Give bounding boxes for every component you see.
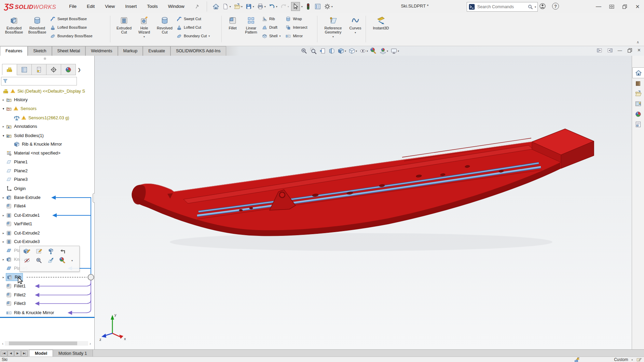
instant3d-button[interactable]: Instant3D	[370, 14, 392, 30]
design-library-icon[interactable]	[632, 78, 644, 89]
next-tab-icon[interactable]: ▶	[14, 350, 21, 357]
tab-model[interactable]: Model	[29, 350, 53, 357]
menu-file[interactable]: File	[69, 4, 77, 10]
tree-item-cut-extrude3[interactable]: ▸Cut-Extrude3	[0, 237, 95, 246]
tree-item-plane3[interactable]: Plane3	[0, 175, 95, 184]
collapse-ribbon-icon[interactable]: ∧	[636, 40, 639, 44]
tree-item-solid-bodies[interactable]: ▾Solid Bodies(1)	[0, 131, 95, 140]
extruded-boss-base-button[interactable]: Extruded Boss/Base	[3, 14, 25, 34]
dropdown-caret[interactable]: ▾	[345, 50, 346, 53]
minimize-button[interactable]: —	[592, 0, 605, 13]
swept-boss-base-button[interactable]: Swept Boss/Base	[50, 16, 93, 22]
tab-configurationmanager[interactable]	[32, 64, 46, 75]
dropdown-caret[interactable]: ▾	[398, 50, 399, 53]
menu-edit[interactable]: Edit	[87, 4, 95, 10]
extruded-cut-button[interactable]: Extruded Cut	[114, 14, 134, 34]
display-style-icon[interactable]: ▾	[348, 48, 357, 54]
restore-button[interactable]	[618, 0, 631, 13]
rib-button[interactable]: Rib	[262, 16, 280, 22]
lofted-cut-button[interactable]: Lofted Cut	[176, 24, 210, 30]
home-button[interactable]	[212, 2, 220, 11]
tab-propertymanager[interactable]	[17, 64, 32, 75]
tree-item-rib[interactable]: ▸Rib	[0, 273, 95, 281]
collapse-pane-right-icon[interactable]	[607, 48, 613, 53]
dropdown-caret[interactable]: ▾	[208, 35, 210, 38]
restore-document-button[interactable]	[627, 48, 633, 53]
zoom-to-selection-icon[interactable]	[36, 257, 42, 264]
tree-item-cut-extrude1[interactable]: ▸Cut-Extrude1	[0, 211, 95, 219]
close-document-button[interactable]: ×	[638, 47, 641, 53]
boundary-boss-base-button[interactable]: Boundary Boss/Base	[50, 33, 93, 39]
dropdown-caret[interactable]: ▾	[253, 5, 254, 8]
edit-appearance-icon[interactable]	[370, 48, 377, 54]
performance-warning-icon[interactable]	[574, 357, 580, 362]
tab-weldments[interactable]: Weldments	[85, 46, 118, 56]
dropdown-caret[interactable]: ▾	[143, 35, 145, 38]
view-orientation-icon[interactable]: ▾	[338, 48, 346, 54]
tree-item-origin[interactable]: Origin	[0, 184, 95, 193]
dropdown-caret[interactable]: ▾	[276, 5, 277, 8]
dropdown-caret[interactable]: ▾	[332, 35, 334, 38]
expand-icon[interactable]: ▸	[1, 240, 6, 243]
tree-item-material[interactable]: Material <not specified>	[0, 149, 95, 157]
rollback-icon[interactable]	[59, 248, 66, 255]
tree-item-part-root[interactable]: Ski (Default) <<Default>_Display S	[0, 87, 95, 95]
unit-system-caret[interactable]: ▴	[631, 358, 633, 361]
close-button[interactable]: ×	[631, 0, 644, 13]
dropdown-caret[interactable]: ▾	[264, 5, 266, 8]
reference-geometry-button[interactable]: Reference Geometry▾	[321, 14, 345, 38]
open-button[interactable]: ▾	[233, 2, 243, 11]
dropdown-caret[interactable]: ▾	[387, 50, 388, 53]
search-commands-box[interactable]: ▾	[467, 2, 538, 12]
menu-tools[interactable]: Tools	[147, 4, 158, 10]
tab-sketch[interactable]: Sketch	[28, 46, 52, 56]
prev-tab-icon[interactable]: ◀	[8, 350, 14, 357]
hide-icon[interactable]	[24, 257, 30, 264]
search-input[interactable]	[477, 4, 526, 10]
tree-item-history[interactable]: ▸History	[0, 95, 95, 104]
apply-scene-icon[interactable]: ▾	[380, 48, 388, 54]
tree-item-fillet2[interactable]: Fillet2	[0, 291, 95, 299]
expand-icon[interactable]: ▸	[1, 125, 6, 128]
tag-editor-icon[interactable]	[636, 357, 642, 362]
lofted-boss-base-button[interactable]: Lofted Boss/Base	[50, 24, 93, 30]
redo-button[interactable]: ▾	[279, 2, 290, 11]
view-palette-icon[interactable]	[632, 99, 644, 109]
tree-item-plane1[interactable]: Plane1	[0, 158, 95, 166]
tab-motion-study-1[interactable]: Motion Study 1	[53, 350, 93, 357]
select-tool-button[interactable]	[291, 2, 300, 11]
taskpane-home-icon[interactable]	[632, 67, 644, 78]
tree-item-plane2[interactable]: Plane2	[0, 166, 95, 175]
appearances-icon[interactable]	[59, 257, 66, 264]
revolved-boss-base-button[interactable]: Revolved Boss/Base	[26, 14, 49, 34]
tree-item-base-extrude[interactable]: ▸Base-Extrude	[0, 193, 95, 202]
collapse-pane-left-icon[interactable]	[597, 48, 602, 53]
normal-to-icon[interactable]	[47, 257, 54, 264]
tree-item-fillet1[interactable]: Fillet1	[0, 282, 95, 290]
expand-icon[interactable]: ▸	[1, 258, 6, 261]
user-profile-icon[interactable]	[539, 3, 546, 10]
tree-item-fillet4[interactable]: Fillet4	[0, 202, 95, 210]
tab-sheet-metal[interactable]: Sheet Metal	[52, 46, 86, 56]
dropdown-caret[interactable]: ▾	[356, 50, 357, 53]
rollback-bar[interactable]	[0, 317, 95, 318]
dropdown-caret[interactable]: ▾	[230, 5, 231, 8]
edit-feature-icon[interactable]	[24, 248, 30, 255]
linear-pattern-button[interactable]: Linear Pattern	[242, 14, 260, 34]
tree-item-cut-extrude2[interactable]: ▸Cut-Extrude2	[0, 229, 95, 237]
rollback-drag-handle[interactable]	[88, 274, 94, 280]
expand-icon[interactable]: ▸	[1, 214, 6, 217]
dropdown-caret[interactable]: ▾	[367, 50, 368, 53]
swept-cut-button[interactable]: Swept Cut	[176, 16, 210, 22]
span-displays-button[interactable]	[605, 0, 618, 13]
appearances-scenes-icon[interactable]	[632, 109, 644, 119]
section-view-icon[interactable]	[328, 48, 335, 54]
custom-properties-icon[interactable]	[632, 119, 644, 130]
mirror-button[interactable]: Mirror	[285, 33, 307, 39]
dropdown-caret[interactable]: ▾	[241, 5, 243, 8]
tree-filter-input[interactable]	[10, 79, 76, 84]
dropdown-caret[interactable]: ▾	[279, 35, 280, 38]
wrap-button[interactable]: Wrap	[285, 16, 307, 22]
expand-icon[interactable]: ▸	[1, 98, 6, 102]
search-icon[interactable]	[527, 4, 533, 10]
